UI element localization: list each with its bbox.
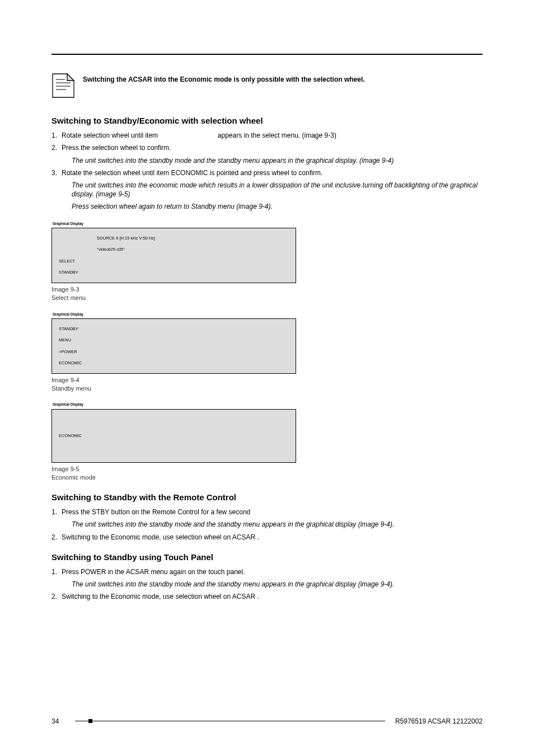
step-note: The unit switches into the economic mode…	[62, 181, 483, 199]
graphical-display-figure: Graphical Display SOURCE 6 [H:15 kHz V:5…	[51, 222, 483, 302]
page-content: Switching the ACSAR into the Economic mo…	[51, 54, 483, 722]
steps-selection-wheel: 1.Rotate selection wheel until item appe…	[51, 131, 483, 211]
step-note: The unit switches into the standby mode …	[62, 580, 483, 589]
list-item: 3.Rotate the selection wheel until item …	[51, 168, 483, 212]
gd-label: Graphical Display	[53, 402, 483, 407]
step-note: Press selection wheel again to return to…	[62, 202, 483, 211]
gd-row: MENU	[52, 335, 296, 346]
gd-row: ECONOMIC	[52, 358, 296, 369]
graphical-display-figure: Graphical Display STANDBY MENU >POWER EC…	[51, 312, 483, 393]
figure-caption: Select menu	[51, 294, 483, 302]
page-number: 34	[51, 717, 71, 726]
step-note: The unit switches into the standby mode …	[62, 156, 483, 165]
note-text: Switching the ACSAR into the Economic mo…	[83, 73, 483, 84]
figure-caption: Image 9-4	[51, 376, 483, 384]
list-item: 1.Press POWER in the ACSAR menu again on…	[51, 567, 483, 589]
heading-selection-wheel: Switching to Standby/Economic with selec…	[51, 115, 483, 126]
gd-row: STANDBY	[52, 267, 296, 278]
list-item: 1.Press the STBY button on the Remote Co…	[51, 508, 483, 529]
figure-caption: Image 9-5	[51, 465, 483, 473]
gd-screen: STANDBY MENU >POWER ECONOMIC	[51, 318, 296, 374]
svg-marker-1	[67, 74, 74, 81]
doc-id: R5976519 ACSAR 12122002	[390, 717, 483, 726]
gd-row: STANDBY	[52, 323, 296, 335]
figure-caption: Standby menu	[51, 384, 483, 393]
figure-caption: Economic mode	[51, 473, 483, 482]
list-item: 1.Rotate selection wheel until item appe…	[51, 131, 483, 140]
gd-label: Graphical Display	[53, 312, 483, 317]
steps-remote-control: 1.Press the STBY button on the Remote Co…	[51, 508, 483, 542]
list-item: 2.Switching to the Economic mode, use se…	[51, 592, 483, 601]
list-item: 2.Switching to the Economic mode, use se…	[51, 533, 483, 542]
page-footer: 34 R5976519 ACSAR 12122002	[51, 717, 483, 726]
gd-row: SOURCE 6 [H:15 kHz V:50 Hz]	[52, 233, 296, 244]
steps-touch-panel: 1.Press POWER in the ACSAR menu again on…	[51, 567, 483, 602]
top-rule	[51, 54, 483, 55]
heading-remote-control: Switching to Standby with the Remote Con…	[51, 492, 483, 503]
list-item: 2.Press the selection wheel to confirm. …	[51, 143, 483, 165]
gd-label: Graphical Display	[53, 222, 483, 227]
step-note: The unit switches into the standby mode …	[62, 520, 483, 529]
gd-row: >POWER	[52, 346, 296, 358]
figure-caption: Image 9-3	[51, 285, 483, 294]
heading-touch-panel: Switching to Standby using Touch Panel	[51, 552, 483, 563]
gd-row: "video625.c05"	[52, 244, 296, 255]
note-document-icon	[51, 73, 75, 98]
gd-row: SELECT	[52, 256, 296, 267]
graphical-display-figure: Graphical Display ECONOMIC Image 9-5 Eco…	[51, 402, 483, 481]
gd-row: ECONOMIC	[52, 430, 88, 442]
note-box: Switching the ACSAR into the Economic mo…	[51, 73, 483, 98]
gd-screen: ECONOMIC	[51, 409, 296, 463]
gd-screen: SOURCE 6 [H:15 kHz V:50 Hz] "video625.c0…	[51, 228, 296, 283]
